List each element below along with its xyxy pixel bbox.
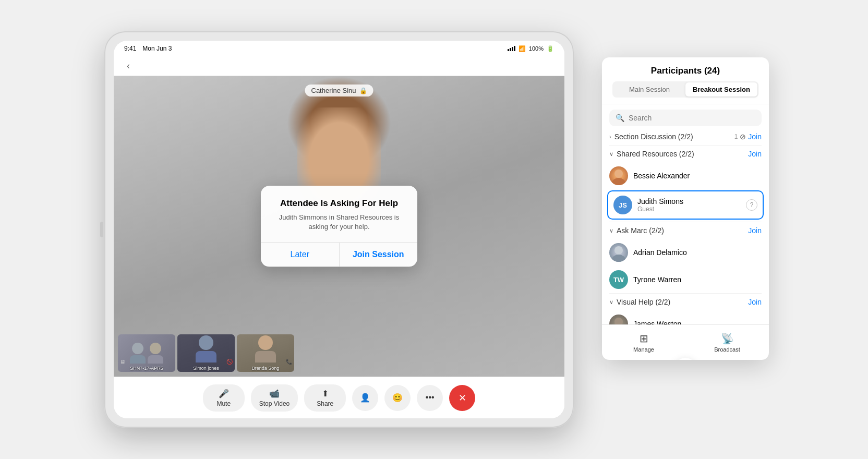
ipad-frame: 9:41 Mon Jun 3 📶 100% 🔋 ‹ (104, 31, 574, 428)
mute-label: Mute (216, 400, 231, 407)
panel-header: Participants (24) Main Session Breakout … (602, 57, 769, 104)
mute-icon-2: 📞 (286, 359, 292, 365)
help-circle-judith: ? (746, 199, 757, 211)
participant-row-tyrone: TW Tyrone Warren (602, 266, 769, 293)
search-bar[interactable]: 🔍 (609, 110, 762, 126)
help-badge-icon: ⊘ (740, 132, 746, 141)
avatar-adrian (609, 243, 628, 262)
panel-title: Participants (24) (612, 66, 758, 76)
join-button-0[interactable]: Join (748, 132, 762, 141)
participants-panel: ? Participants (24) Main Session Breakou… (602, 57, 769, 360)
participant-info-james: James Weston (633, 320, 762, 324)
participant-info-judith: Judith Simons Guest (637, 197, 741, 213)
svg-point-3 (612, 255, 625, 262)
main-session-tab[interactable]: Main Session (613, 82, 685, 96)
session-tabs: Main Session Breakout Session (612, 81, 758, 98)
video-area: Catherine Sinu 🔒 Attendee Is Asking For … (114, 76, 564, 377)
emoji-button[interactable]: 😊 (384, 385, 411, 411)
stop-video-label: Stop Video (259, 400, 290, 407)
avatar-james (609, 315, 628, 324)
join-button-2[interactable]: Join (748, 226, 762, 235)
name-tag: Catherine Sinu 🔒 (305, 84, 373, 96)
section-name-0: Section Discussion (2/2) (614, 132, 734, 141)
section-name-1: Shared Resources (2/2) (617, 150, 748, 158)
thumbnail-strip: 🖥 SHN7-17-APR5 🚫 Simon jones (114, 330, 564, 377)
thumbnail-simon[interactable]: 🚫 Simon jones (177, 334, 235, 372)
participant-name-bessie: Bessie Alexander (633, 172, 762, 180)
more-icon: ••• (426, 393, 435, 402)
section-header-ask-marc[interactable]: ∨ Ask Marc (2/2) Join (602, 222, 769, 239)
share-icon: ⬆ (322, 389, 329, 398)
alert-buttons: Later Join Session (261, 243, 417, 267)
chevron-right-icon: › (609, 134, 611, 140)
manage-label: Manage (633, 346, 654, 353)
join-button-3[interactable]: Join (748, 298, 762, 306)
broadcast-label: Broadcast (714, 346, 740, 353)
join-button-1[interactable]: Join (748, 150, 762, 158)
signal-icon (508, 46, 515, 51)
end-call-icon: ✕ (459, 392, 466, 404)
participant-info-tyrone: Tyrone Warren (633, 275, 762, 284)
broadcast-icon: 📡 (721, 332, 734, 345)
participant-row-adrian: Adrian Delamico (602, 239, 769, 266)
svg-point-2 (614, 246, 623, 255)
participant-row-judith: JS Judith Simons Guest ? (607, 190, 764, 220)
participant-name-tyrone: Tyrone Warren (633, 275, 762, 284)
thumb-label-0: SHN7-17-APR5 (118, 366, 175, 371)
emoji-icon: 😊 (392, 393, 403, 403)
share-button[interactable]: ⬆ Share (304, 384, 346, 412)
top-bar: ‹ (114, 56, 564, 76)
battery-label: 100% (529, 45, 544, 52)
svg-point-1 (612, 178, 625, 185)
avatar-bessie (609, 166, 628, 185)
time-label: 9:41 (124, 45, 136, 52)
section-name-2: Ask Marc (2/2) (617, 226, 748, 235)
mute-button[interactable]: 🎤 Mute (203, 384, 245, 412)
participants-icon: 👤 (360, 393, 370, 403)
avatar-judith: JS (613, 196, 632, 214)
broadcast-button[interactable]: 📡 Broadcast (685, 329, 769, 356)
participant-row-james: James Weston (602, 310, 769, 324)
chevron-down-icon-0: ∨ (609, 151, 613, 158)
back-button[interactable]: ‹ (122, 60, 135, 73)
participant-name-james: James Weston (633, 320, 762, 324)
chevron-down-icon-1: ∨ (609, 227, 613, 234)
section-header-visual-help[interactable]: ∨ Visual Help (2/2) Join (602, 294, 769, 310)
participant-name-judith: Judith Simons (637, 197, 741, 206)
screen-icon: 🖥 (120, 359, 125, 365)
thumb-label-2: Brenda Song (237, 366, 294, 371)
thumb-label-1: Simon jones (177, 366, 235, 371)
lock-icon: 🔒 (359, 87, 367, 94)
svg-point-4 (614, 318, 623, 324)
search-input[interactable] (629, 114, 755, 122)
thumbnail-group[interactable]: 🖥 SHN7-17-APR5 (118, 334, 175, 372)
section-header-shared-resources[interactable]: ∨ Shared Resources (2/2) Join (602, 146, 769, 162)
section-name-3: Visual Help (2/2) (617, 298, 748, 306)
alert-dialog: Attendee Is Asking For Help Judith Simmo… (261, 186, 417, 267)
more-button[interactable]: ••• (417, 385, 443, 411)
manage-icon: ⊞ (640, 332, 648, 345)
stop-video-button[interactable]: 📹 Stop Video (251, 384, 298, 412)
participant-info-adrian: Adrian Delamico (633, 248, 762, 257)
participant-name-label: Catherine Sinu (311, 87, 356, 94)
search-icon: 🔍 (616, 114, 624, 122)
avatar-tyrone: TW (609, 270, 628, 289)
join-session-button[interactable]: Join Session (339, 243, 418, 267)
end-call-button[interactable]: ✕ (449, 385, 475, 411)
date-label: Mon Jun 3 (142, 45, 172, 52)
alert-title: Attendee Is Asking For Help (275, 198, 403, 209)
panel-body: › Section Discussion (2/2) 1 ⊘ Join ∨ Sh… (602, 128, 769, 324)
status-bar: 9:41 Mon Jun 3 📶 100% 🔋 (114, 41, 564, 56)
svg-point-0 (614, 170, 623, 178)
participants-button[interactable]: 👤 (352, 385, 378, 411)
share-label: Share (317, 400, 333, 407)
manage-button[interactable]: ⊞ Manage (602, 329, 685, 356)
alert-body: Judith Simmons in Shared Resources is as… (275, 213, 403, 232)
breakout-session-tab[interactable]: Breakout Session (685, 82, 757, 96)
later-button[interactable]: Later (261, 243, 339, 267)
mute-icon-ctrl: 🎤 (219, 389, 229, 398)
panel-footer: ⊞ Manage 📡 Broadcast (602, 324, 769, 360)
section-header-section-discussion[interactable]: › Section Discussion (2/2) 1 ⊘ Join (602, 128, 769, 145)
thumbnail-brenda[interactable]: 📞 Brenda Song (237, 334, 294, 372)
participant-name-adrian: Adrian Delamico (633, 248, 762, 257)
